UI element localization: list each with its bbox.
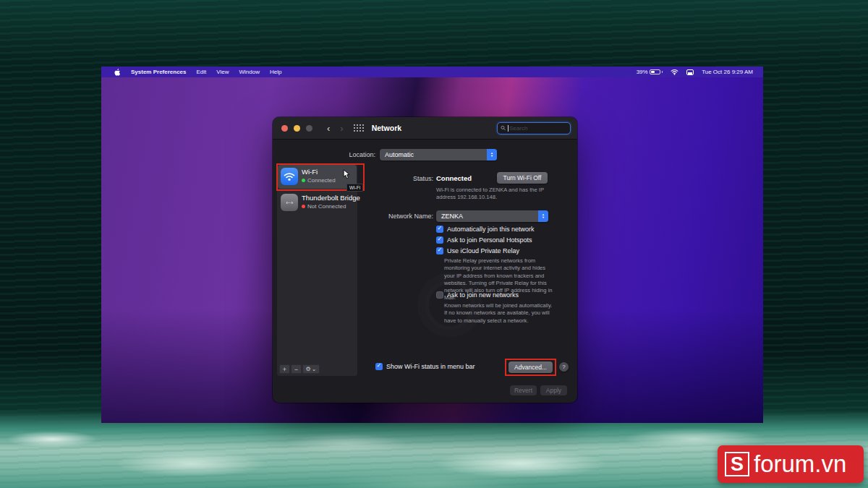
window-title: Network	[372, 124, 401, 132]
thunderbolt-bridge-icon: ‹···›	[281, 194, 298, 211]
checkbox-checked-icon	[375, 363, 383, 370]
close-button[interactable]	[281, 125, 288, 132]
turn-wifi-off-button[interactable]: Turn Wi-Fi Off	[497, 172, 548, 184]
service-actions-button[interactable]: ⚙⌄	[302, 364, 320, 374]
back-button[interactable]: ‹	[327, 123, 330, 134]
battery-percent: 39%	[637, 69, 648, 75]
sidebar-item-thunderbolt-bridge[interactable]: ‹···› Thunderbolt Bridge Not Connected	[278, 191, 357, 215]
network-window: ‹ › Network Location: Automatic ▲▼	[273, 117, 577, 403]
menubar-item-window[interactable]: Window	[239, 69, 260, 75]
search-icon	[501, 125, 506, 131]
apply-button[interactable]: Apply	[540, 385, 567, 395]
mouse-cursor	[343, 169, 351, 179]
add-service-button[interactable]: +	[279, 364, 290, 374]
advanced-annotation-box	[505, 359, 556, 376]
checkbox-personal-hotspots[interactable]: Ask to join Personal Hotspots	[436, 236, 532, 244]
services-sidebar: Wi-Fi Connected ‹···› Thunderbolt Bridge…	[277, 163, 357, 376]
dropdown-stepper-icon: ▲▼	[487, 149, 497, 160]
checkbox-checked-icon	[436, 226, 443, 233]
wifi-tooltip: Wi-Fi	[346, 184, 363, 192]
zoom-button[interactable]	[306, 125, 312, 132]
menu-bar: System Preferences Edit View Window Help…	[101, 67, 763, 77]
checkbox-show-wifi-status[interactable]: Show Wi-Fi status in menu bar	[375, 363, 475, 371]
menubar-item-help[interactable]: Help	[270, 69, 281, 75]
forward-button[interactable]: ›	[340, 123, 343, 134]
checkbox-private-relay[interactable]: Use iCloud Private Relay	[436, 247, 519, 255]
status-dot-red	[302, 205, 305, 208]
menubar-clock[interactable]: Tue Oct 26 9:29 AM	[702, 69, 753, 75]
sforum-s-mark: S	[725, 452, 749, 476]
status-value: Connected	[436, 174, 472, 182]
battery-icon	[650, 69, 660, 74]
status-label: Status:	[413, 175, 433, 182]
battery-status[interactable]: 39%	[637, 69, 663, 75]
checkbox-auto-join[interactable]: Automatically join this network	[436, 226, 535, 234]
menubar-item-edit[interactable]: Edit	[197, 69, 207, 75]
menubar-app-name[interactable]: System Preferences	[131, 69, 187, 75]
menubar-item-view[interactable]: View	[216, 69, 229, 75]
window-titlebar: ‹ › Network	[273, 117, 577, 140]
network-name-dropdown[interactable]: ZENKA ▲▼	[436, 210, 548, 222]
network-name-label: Network Name:	[388, 213, 433, 220]
apple-icon	[114, 69, 121, 76]
desktop-screenshot: System Preferences Edit View Window Help…	[101, 67, 763, 423]
show-all-icon[interactable]	[354, 124, 365, 132]
service-name: Thunderbolt Bridge	[302, 194, 360, 202]
search-field[interactable]	[497, 122, 571, 134]
location-dropdown[interactable]: Automatic ▲▼	[380, 149, 497, 160]
dropdown-stepper-icon: ▲▼	[538, 210, 548, 222]
apple-menu[interactable]	[114, 69, 121, 76]
minimize-button[interactable]	[294, 125, 300, 132]
wifi-menu-icon[interactable]	[671, 69, 678, 75]
faint-watermark	[425, 280, 475, 330]
search-input[interactable]	[509, 125, 567, 132]
service-status: Not Connected	[302, 203, 346, 210]
revert-button[interactable]: Revert	[510, 385, 537, 395]
checkbox-checked-icon	[436, 247, 443, 254]
sforum-logo-text: forum.vn	[754, 450, 846, 478]
location-label: Location:	[349, 151, 375, 158]
text-caret	[508, 125, 509, 132]
remove-service-button[interactable]: −	[291, 364, 302, 374]
help-button[interactable]: ?	[559, 362, 569, 372]
status-description: Wi-Fi is connected to ZENKA and has the …	[436, 187, 553, 202]
display-menu-icon[interactable]	[686, 69, 694, 75]
sforum-logo: S forum.vn	[718, 445, 864, 483]
checkbox-checked-icon	[436, 236, 443, 244]
